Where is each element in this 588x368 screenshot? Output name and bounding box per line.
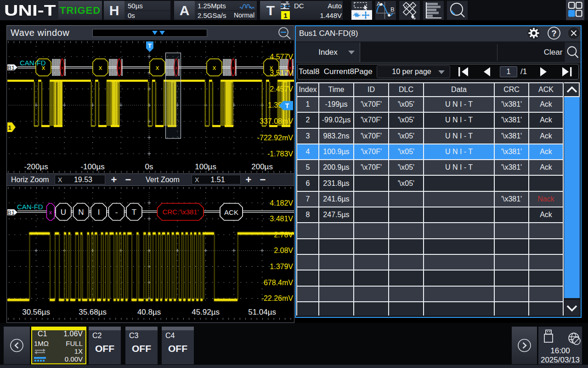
svg-text:3.517V: 3.517V bbox=[270, 69, 293, 77]
svg-text:A: A bbox=[377, 1, 381, 7]
svg-text:-1.783V: -1.783V bbox=[267, 150, 293, 158]
svg-text:B: B bbox=[390, 6, 395, 13]
svg-text:200µs: 200µs bbox=[251, 162, 273, 171]
svg-text:T: T bbox=[285, 102, 289, 109]
svg-text:1: 1 bbox=[8, 124, 11, 131]
svg-text:2.457V: 2.457V bbox=[270, 85, 293, 93]
svg-text:x: x bbox=[49, 209, 52, 216]
svg-text:337.08mV: 337.08mV bbox=[260, 117, 293, 125]
svg-text:-: - bbox=[115, 208, 118, 217]
svg-text:4.182V: 4.182V bbox=[270, 199, 293, 207]
svg-text:U: U bbox=[61, 208, 66, 217]
svg-text:51.04µs: 51.04µs bbox=[248, 308, 276, 316]
svg-text:2.78V: 2.78V bbox=[274, 231, 293, 239]
svg-text:30.56µs: 30.56µs bbox=[22, 308, 50, 316]
svg-text:-200µs: -200µs bbox=[24, 162, 48, 171]
svg-text:x: x bbox=[156, 63, 159, 71]
svg-text:678.4mV: 678.4mV bbox=[264, 279, 293, 287]
svg-text:T: T bbox=[148, 42, 152, 49]
svg-text:35.68µs: 35.68µs bbox=[79, 308, 107, 316]
svg-text:4.577V: 4.577V bbox=[270, 53, 293, 61]
svg-text:I: I bbox=[98, 208, 100, 217]
svg-text:B1: B1 bbox=[7, 209, 15, 216]
svg-text:1.379V: 1.379V bbox=[270, 263, 293, 270]
svg-text:-722.92mV: -722.92mV bbox=[257, 134, 294, 142]
svg-text:B1: B1 bbox=[7, 64, 15, 71]
svg-text:40.8µs: 40.8µs bbox=[137, 308, 161, 316]
svg-text:N: N bbox=[78, 208, 84, 217]
svg-text:x: x bbox=[61, 65, 64, 70]
svg-text:0s: 0s bbox=[145, 162, 153, 171]
svg-text:100µs: 100µs bbox=[195, 162, 216, 171]
svg-text:x: x bbox=[99, 63, 102, 71]
svg-text:2.08V: 2.08V bbox=[274, 247, 293, 254]
svg-text:CAN-FD: CAN-FD bbox=[20, 59, 46, 67]
svg-text:T: T bbox=[132, 208, 136, 217]
svg-text:CRC:'\x381': CRC:'\x381' bbox=[162, 208, 198, 216]
svg-text:?: ? bbox=[552, 29, 557, 38]
svg-text:-100µs: -100µs bbox=[80, 162, 104, 171]
svg-text:3.481V: 3.481V bbox=[270, 215, 293, 223]
svg-text:ACK: ACK bbox=[224, 208, 238, 216]
svg-text:x: x bbox=[232, 65, 235, 70]
svg-text:45.92µs: 45.92µs bbox=[192, 308, 220, 316]
svg-text:x: x bbox=[118, 65, 121, 70]
svg-text:CAN-FD: CAN-FD bbox=[17, 203, 43, 211]
svg-text:-22.26mV: -22.26mV bbox=[261, 294, 294, 302]
svg-text:x: x bbox=[213, 63, 216, 71]
